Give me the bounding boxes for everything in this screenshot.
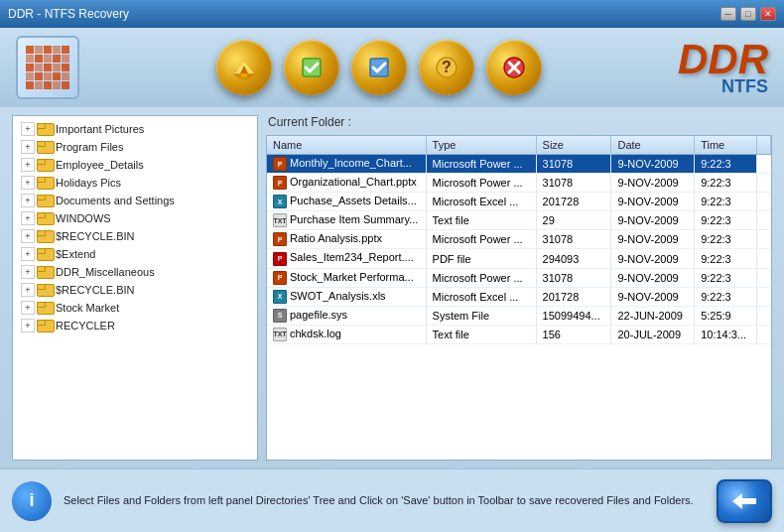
tree-expander-icon[interactable]: + [21,229,35,243]
tree-item[interactable]: +Holidays Pics [17,174,253,192]
action-button[interactable] [351,40,407,95]
table-row[interactable]: XSWOT_Analysis.xlsMicrosoft Excel ...201… [267,287,771,306]
cell-size: 201728 [536,287,611,306]
file-name: chkdsk.log [290,328,341,339]
file-table-body: PMonthly_Income_Chart...Microsoft Power … [267,155,771,344]
cell-size: 31078 [536,155,611,174]
table-row[interactable]: TXTchkdsk.logText file15620-JUL-200910:1… [267,325,771,343]
cell-time: 9:22:3 [695,249,757,268]
table-row[interactable]: XPuchase_Assets Details...Microsoft Exce… [267,193,771,211]
col-type[interactable]: Type [426,136,536,155]
cell-time: 5:25:9 [695,306,757,325]
tree-item-label: Holidays Pics [56,177,121,189]
file-name: Ratio Analysis.pptx [290,232,382,244]
cell-date: 9-NOV-2009 [611,174,695,193]
tree-item[interactable]: +Employee_Details [17,156,253,174]
table-row[interactable]: TXTPurchase Item Summary...Text file299-… [267,211,771,230]
back-button[interactable] [717,479,772,523]
tree-item[interactable]: +Important Pictures [17,120,253,138]
tree-item[interactable]: +$Extend [17,245,253,263]
tree-item[interactable]: +$RECYCLE.BIN [17,227,253,245]
table-row[interactable]: PRatio Analysis.pptxMicrosoft Power ...3… [267,230,771,249]
file-table-scroll[interactable]: Name Type Size Date Time PMonthly_Income… [267,136,771,460]
logo-area: DDR NTFS [678,39,768,97]
tree-expander-icon[interactable]: + [21,194,35,207]
tree-expander-icon[interactable]: + [21,319,35,332]
table-row[interactable]: Spagefile.sysSystem File15099494...22-JU… [267,306,771,325]
help-button[interactable]: ? [419,40,474,95]
file-name: Monthly_Income_Chart... [290,157,412,169]
cell-name: XPuchase_Assets Details... [267,193,426,211]
col-size[interactable]: Size [536,136,611,155]
table-row[interactable]: POrganizational_Chart.pptxMicrosoft Powe… [267,174,771,193]
minimize-button[interactable]: ─ [720,7,736,21]
cell-type: Microsoft Power ... [426,155,536,174]
cell-date: 9-NOV-2009 [611,193,695,211]
cell-time: 9:22:3 [695,193,757,211]
tree-expander-icon[interactable]: + [21,247,35,261]
tree-item[interactable]: +DDR_Miscellaneous [17,263,253,281]
tree-item[interactable]: +Stock Market [17,299,253,317]
cell-name: PMonthly_Income_Chart... [267,155,426,174]
file-type-icon: P [273,252,287,266]
cell-time: 9:22:3 [695,155,757,174]
tree-expander-icon[interactable]: + [21,301,35,315]
file-list-panel: Current Folder : Name Type Size Date Tim… [266,115,772,461]
cell-type: Text file [426,211,536,230]
folder-icon [37,320,53,332]
folder-icon [37,248,53,261]
file-type-icon: P [273,232,287,246]
file-type-icon: P [273,157,287,171]
tree-expander-icon[interactable]: + [21,211,35,225]
col-scroll-space [757,136,771,155]
file-name: Organizational_Chart.pptx [290,176,417,188]
cell-date: 9-NOV-2009 [611,268,695,287]
tree-expander-icon[interactable]: + [21,140,35,154]
svg-text:?: ? [442,59,452,75]
table-header-row: Name Type Size Date Time [267,136,771,155]
cell-type: Microsoft Power ... [426,268,536,287]
table-row[interactable]: PMonthly_Income_Chart...Microsoft Power … [267,155,771,174]
logo-ddr: DDR [678,39,768,80]
folder-icon [37,284,53,297]
cell-type: Microsoft Excel ... [426,287,536,306]
tree-item[interactable]: +WINDOWS [17,209,253,227]
close-app-button[interactable] [486,40,542,95]
tree-item[interactable]: +RECYCLER [17,317,253,334]
folder-icon [37,302,53,315]
tree-expander-icon[interactable]: + [21,265,35,279]
open-button[interactable] [216,40,272,95]
tree-expander-icon[interactable]: + [21,122,35,136]
tree-expander-icon[interactable]: + [21,283,35,297]
cell-name: TXTchkdsk.log [267,325,426,343]
folder-icon [37,123,53,136]
file-name: pagefile.sys [290,309,347,321]
app-title: DDR - NTFS Recovery [8,7,129,21]
save-button[interactable] [284,40,339,95]
col-date[interactable]: Date [611,136,695,155]
folder-icon [37,141,53,154]
folder-icon [37,230,53,243]
svg-rect-1 [241,73,247,77]
maximize-button[interactable]: □ [740,7,756,21]
cell-date: 9-NOV-2009 [611,211,695,230]
window-controls: ─ □ ✕ [720,7,776,21]
tree-item[interactable]: +Program Files [17,138,253,156]
tree-item-label: Documents and Settings [56,195,175,206]
file-name: Stock_Market Performa... [290,271,414,283]
file-table: Name Type Size Date Time PMonthly_Income… [267,136,771,344]
tree-expander-icon[interactable]: + [21,176,35,190]
file-name: Puchase_Assets Details... [290,195,417,206]
col-time[interactable]: Time [695,136,757,155]
close-button[interactable]: ✕ [760,7,776,21]
tree-expander-icon[interactable]: + [21,158,35,172]
cell-type: Microsoft Excel ... [426,193,536,211]
tree-item[interactable]: +Documents and Settings [17,192,253,209]
tree-item[interactable]: +$RECYCLE.BIN [17,281,253,299]
table-row[interactable]: PStock_Market Performa...Microsoft Power… [267,268,771,287]
folder-tree[interactable]: +Important Pictures+Program Files+Employ… [13,116,257,460]
file-type-icon: TXT [273,213,287,227]
cell-size: 29 [536,211,611,230]
table-row[interactable]: PSales_Item234_Report....PDF file2940939… [267,249,771,268]
col-name[interactable]: Name [267,136,426,155]
